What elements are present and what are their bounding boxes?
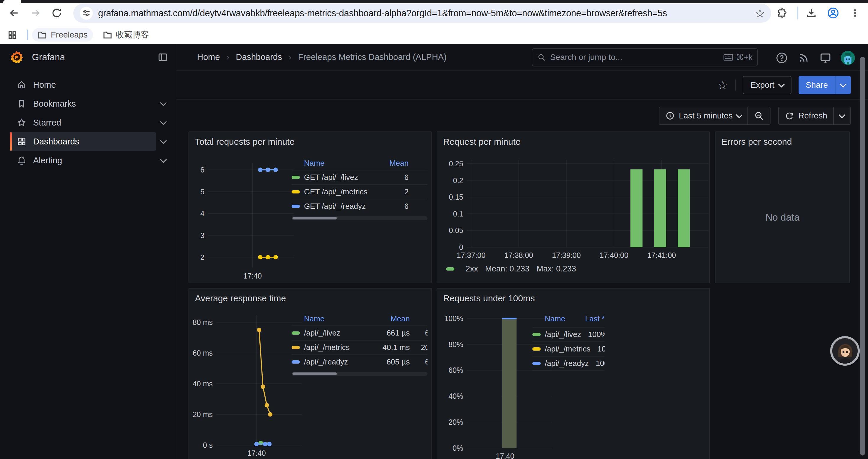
zoom-out-button[interactable] <box>748 107 770 124</box>
help-button[interactable] <box>775 52 788 64</box>
profile-button[interactable] <box>825 5 841 21</box>
share-button[interactable]: Share <box>799 76 835 94</box>
panel-title[interactable]: Requests under 100ms <box>437 289 709 303</box>
legend-row[interactable]: GET /api/_/readyz 6 <box>291 199 428 213</box>
expand-alerting-button[interactable] <box>157 158 170 163</box>
bell-icon <box>17 155 27 165</box>
chevron-down-icon <box>778 80 785 88</box>
sidebar-link-starred[interactable]: Starred <box>10 113 156 132</box>
legend-table: Name Mean Last * /api/_/livez 661 µs 646… <box>291 312 428 376</box>
refresh-button[interactable]: Refresh <box>779 107 833 124</box>
series-max: Max: 0.233 <box>536 264 576 273</box>
forward-button[interactable] <box>27 5 44 21</box>
news-button[interactable] <box>797 52 810 64</box>
share-menu-button[interactable] <box>835 76 851 94</box>
series-mean: 605 µs <box>377 357 410 366</box>
sidebar-link-dashboards[interactable]: Dashboards <box>10 132 156 151</box>
help-icon <box>776 52 788 64</box>
folder-icon <box>37 30 47 40</box>
legend-inline[interactable]: 2xx Mean: 0.233 Max: 0.233 <box>446 264 576 273</box>
expand-bookmarks-button[interactable] <box>157 101 170 106</box>
legend-row[interactable]: /api/_/metrics 40.1 ms 20.5 ms <box>291 340 428 355</box>
panel-title[interactable]: Request per minute <box>437 132 709 147</box>
series-name: GET /api/_/metrics <box>304 187 379 196</box>
legend-col-mean[interactable]: Mean <box>377 314 410 323</box>
svg-text:17:37:00: 17:37:00 <box>457 251 486 259</box>
chevron-down-icon <box>160 137 167 144</box>
url-text[interactable]: grafana.mathmast.com/d/deytv4rwavabkb/fr… <box>98 8 754 19</box>
bookmark-folder-blogs[interactable]: 收藏博客 <box>97 28 155 42</box>
svg-text:80 ms: 80 ms <box>193 318 213 326</box>
legend-col-name[interactable]: Name <box>545 314 578 323</box>
legend-col-last[interactable]: Last * <box>578 314 605 323</box>
dock-sidebar-icon <box>157 52 168 63</box>
expand-starred-button[interactable] <box>157 120 170 125</box>
browser-menu-button[interactable] <box>847 5 863 21</box>
time-range-picker[interactable]: Last 5 minutes <box>659 107 747 124</box>
extensions-button[interactable] <box>773 5 790 21</box>
legend-scrollbar-thumb[interactable] <box>292 372 337 375</box>
search-input[interactable]: Search or jump to... ⌘+k <box>532 48 758 66</box>
kiosk-mode-button[interactable] <box>819 52 832 64</box>
bookmark-star-icon[interactable]: ☆ <box>754 6 765 20</box>
legend-header: Name Mean <box>291 156 428 170</box>
legend-row[interactable]: /api/_/livez 100% <box>532 327 605 341</box>
sidebar-link-home[interactable]: Home <box>10 76 156 94</box>
legend-row[interactable]: /api/_/readyz 100% <box>532 356 605 371</box>
series-name: /api/_/readyz <box>304 357 377 366</box>
sidebar-link-alerting[interactable]: Alerting <box>10 151 156 169</box>
breadcrumb-home[interactable]: Home <box>197 52 220 62</box>
no-data-message: No data <box>716 212 849 223</box>
legend-table: Name Last * /api/_/livez 100% /api/_/met… <box>532 310 605 371</box>
favorite-dashboard-button[interactable]: ☆ <box>717 79 728 91</box>
export-button[interactable]: Export <box>743 76 792 94</box>
apps-grid-button[interactable] <box>4 27 21 43</box>
assistant-avatar[interactable] <box>830 336 860 366</box>
legend-row[interactable]: GET /api/_/livez 6 <box>291 170 428 184</box>
bookmarks-separator <box>27 30 28 40</box>
user-avatar[interactable] <box>841 51 855 65</box>
breadcrumb-dashboards[interactable]: Dashboards <box>236 52 282 62</box>
legend-col-name[interactable]: Name <box>304 314 377 323</box>
downloads-button[interactable] <box>803 5 819 21</box>
back-icon <box>8 7 20 19</box>
chevron-down-icon <box>160 119 167 125</box>
legend-scrollbar-thumb[interactable] <box>292 217 337 220</box>
svg-text:17:39:00: 17:39:00 <box>552 251 581 259</box>
panel-title[interactable]: Errors per second <box>716 132 849 147</box>
back-button[interactable] <box>6 5 23 21</box>
total-requests-chart[interactable]: 17:4065432 <box>195 163 294 283</box>
refresh-interval-button[interactable] <box>834 107 850 124</box>
assistant-avatar-image <box>832 338 858 364</box>
average-response-time-chart[interactable]: 17:4080 ms60 ms40 ms20 ms0 s <box>193 315 302 459</box>
legend-row[interactable]: /api/_/readyz 605 µs 620 µs <box>291 355 428 369</box>
sidebar-toggle-button[interactable] <box>156 51 169 64</box>
series-last: 100% <box>581 330 605 339</box>
panel-title[interactable]: Average response time <box>189 289 431 303</box>
bookmark-folder-freeleaps[interactable]: Freeleaps <box>32 28 93 42</box>
legend-col-last[interactable]: Last * <box>410 314 428 323</box>
series-color-pill <box>532 347 541 351</box>
expand-dashboards-button[interactable] <box>157 139 170 144</box>
panel-title[interactable]: Total requests per minute <box>189 132 431 147</box>
request-per-minute-chart[interactable]: 17:37:0017:38:0017:39:0017:40:0017:41:00… <box>445 160 709 261</box>
legend-scrollbar[interactable] <box>291 216 428 220</box>
chevron-down-icon <box>840 80 847 88</box>
legend-row[interactable]: /api/_/livez 661 µs 646 µs <box>291 326 428 340</box>
sidebar-link-bookmarks[interactable]: Bookmarks <box>10 95 156 113</box>
legend-col-name[interactable]: Name <box>304 159 379 168</box>
reload-button[interactable] <box>49 5 65 21</box>
legend-row[interactable]: /api/_/metrics 100% <box>532 341 605 356</box>
url-bar[interactable]: grafana.mathmast.com/d/deytv4rwavabkb/fr… <box>73 4 771 23</box>
legend-col-mean[interactable]: Mean <box>379 159 409 168</box>
page-scrollbar[interactable] <box>860 57 865 455</box>
time-controls-bar: Last 5 minutes Refresh <box>176 100 868 132</box>
site-settings-icon[interactable] <box>80 7 93 20</box>
series-color-pill <box>446 267 454 270</box>
bookmark-icon <box>17 99 27 109</box>
browser-chrome: grafana.mathmast.com/d/deytv4rwavabkb/fr… <box>0 0 868 44</box>
search-icon <box>537 53 546 62</box>
legend-row[interactable]: GET /api/_/metrics 2 <box>291 184 428 199</box>
legend-scrollbar[interactable] <box>291 372 428 376</box>
series-mean: 40.1 ms <box>377 343 410 352</box>
